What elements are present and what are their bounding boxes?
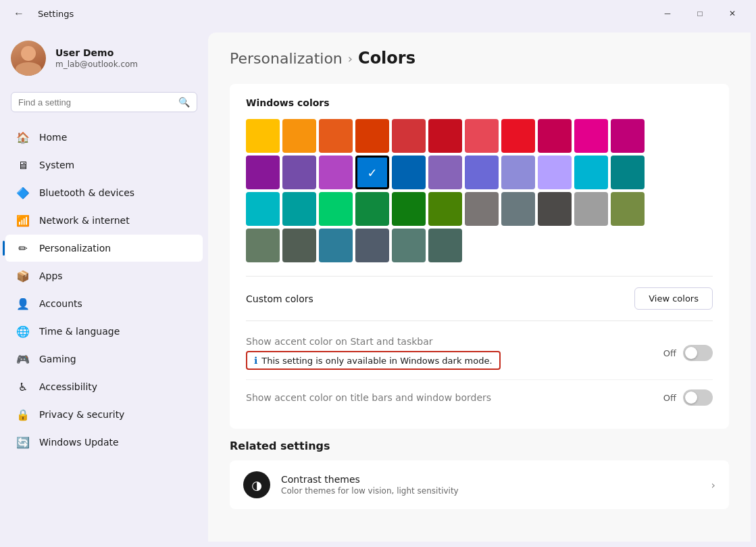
- sidebar-item-home[interactable]: 🏠 Home: [5, 124, 203, 151]
- color-swatch-5[interactable]: [428, 119, 462, 153]
- color-swatch-12[interactable]: [282, 156, 316, 189]
- page-title: Colors: [358, 49, 415, 68]
- color-swatch-9[interactable]: [574, 119, 608, 153]
- color-swatch-35[interactable]: [319, 229, 353, 262]
- color-swatch-17[interactable]: [465, 156, 499, 189]
- sidebar-item-privacy[interactable]: 🔒 Privacy & security: [5, 401, 203, 428]
- color-swatch-23[interactable]: [282, 192, 316, 226]
- related-item-contrast-themes[interactable]: ◑ Contrast themes Color themes for low v…: [230, 460, 729, 509]
- color-swatch-19[interactable]: [538, 156, 572, 189]
- color-swatch-32[interactable]: [611, 192, 645, 226]
- search-icon: 🔍: [178, 97, 190, 108]
- apps-icon: 📦: [16, 269, 30, 283]
- close-button[interactable]: ✕: [717, 3, 748, 24]
- sidebar-item-label: Windows Update: [39, 437, 119, 448]
- minimize-button[interactable]: ─: [652, 3, 683, 24]
- sidebar-item-label: Accessibility: [39, 381, 97, 392]
- related-card: ◑ Contrast themes Color themes for low v…: [230, 460, 729, 509]
- toggle-accent-titlebar[interactable]: [683, 389, 713, 406]
- color-swatch-6[interactable]: [465, 119, 499, 153]
- setting-label-group: Show accent color on title bars and wind…: [246, 392, 663, 403]
- color-swatch-13[interactable]: [319, 156, 353, 189]
- color-swatch-2[interactable]: [319, 119, 353, 153]
- sidebar: User Demo m_lab@outlook.com 🔍 🏠 Home 🖥 S…: [0, 27, 208, 547]
- color-swatch-20[interactable]: [574, 156, 608, 189]
- color-grid: [246, 119, 713, 262]
- sidebar-item-accounts[interactable]: 👤 Accounts: [5, 290, 203, 317]
- sidebar-item-network[interactable]: 📶 Network & internet: [5, 207, 203, 234]
- titlebar-controls: ─ □ ✕: [652, 3, 748, 24]
- color-swatch-3[interactable]: [355, 119, 389, 153]
- setting-warning: ℹ This setting is only available in Wind…: [246, 351, 501, 370]
- view-colors-button[interactable]: View colors: [634, 287, 713, 310]
- setting-row-accent-taskbar: Show accent color on Start and taskbar ℹ…: [246, 327, 713, 380]
- color-swatch-26[interactable]: [392, 192, 426, 226]
- color-swatch-10[interactable]: [611, 119, 645, 153]
- color-swatch-24[interactable]: [319, 192, 353, 226]
- sidebar-item-apps[interactable]: 📦 Apps: [5, 262, 203, 289]
- color-swatch-28[interactable]: [465, 192, 499, 226]
- sidebar-item-system[interactable]: 🖥 System: [5, 151, 203, 179]
- related-desc: Color themes for low vision, light sensi…: [281, 486, 711, 496]
- setting-row-accent-titlebar: Show accent color on title bars and wind…: [246, 380, 713, 415]
- system-icon: 🖥: [16, 158, 30, 172]
- user-info: User Demo m_lab@outlook.com: [55, 47, 197, 69]
- accessibility-icon: ♿: [16, 380, 30, 394]
- color-swatch-37[interactable]: [392, 229, 426, 262]
- user-name: User Demo: [55, 47, 197, 58]
- back-button[interactable]: ←: [8, 5, 30, 22]
- color-swatch-21[interactable]: [611, 156, 645, 189]
- setting-label: Show accent color on Start and taskbar: [246, 336, 663, 347]
- color-swatch-38[interactable]: [428, 229, 462, 262]
- color-swatch-14[interactable]: [355, 156, 389, 189]
- toggle-accent-taskbar[interactable]: [683, 345, 713, 361]
- color-swatch-0[interactable]: [246, 119, 280, 153]
- setting-row-main: Show accent color on Start and taskbar ℹ…: [246, 336, 713, 370]
- sidebar-item-label: System: [39, 160, 74, 170]
- color-swatch-36[interactable]: [355, 229, 389, 262]
- related-title: Related settings: [230, 439, 729, 452]
- color-swatch-8[interactable]: [538, 119, 572, 153]
- user-profile[interactable]: User Demo m_lab@outlook.com: [0, 27, 208, 92]
- color-swatch-18[interactable]: [501, 156, 535, 189]
- sidebar-item-label: Gaming: [39, 354, 76, 364]
- network-icon: 📶: [16, 214, 30, 227]
- color-swatch-11[interactable]: [246, 156, 280, 189]
- home-icon: 🏠: [16, 130, 30, 144]
- sidebar-item-update[interactable]: 🔄 Windows Update: [5, 429, 203, 456]
- sidebar-item-time[interactable]: 🌐 Time & language: [5, 318, 203, 345]
- setting-control: Off: [663, 389, 713, 406]
- sidebar-item-gaming[interactable]: 🎮 Gaming: [5, 346, 203, 373]
- sidebar-item-personalization[interactable]: ✏️ Personalization: [5, 235, 203, 262]
- personalization-icon: ✏️: [16, 241, 30, 255]
- related-name: Contrast themes: [281, 474, 711, 485]
- search-container: 🔍: [0, 92, 208, 123]
- color-swatch-31[interactable]: [574, 192, 608, 226]
- setting-label: Show accent color on title bars and wind…: [246, 392, 663, 403]
- color-swatch-22[interactable]: [246, 192, 280, 226]
- custom-colors-row: Custom colors View colors: [246, 282, 713, 315]
- maximize-button[interactable]: □: [684, 3, 715, 24]
- color-swatch-1[interactable]: [282, 119, 316, 153]
- color-swatch-25[interactable]: [355, 192, 389, 226]
- setting-control: Off: [663, 345, 713, 361]
- color-swatch-27[interactable]: [428, 192, 462, 226]
- color-swatch-4[interactable]: [392, 119, 426, 153]
- color-swatch-15[interactable]: [392, 156, 426, 189]
- color-swatch-34[interactable]: [282, 229, 316, 262]
- nav-list: 🏠 Home 🖥 System 🔷 Bluetooth & devices 📶 …: [0, 123, 208, 456]
- color-swatch-16[interactable]: [428, 156, 462, 189]
- divider-2: [246, 320, 713, 321]
- sidebar-item-bluetooth[interactable]: 🔷 Bluetooth & devices: [5, 179, 203, 206]
- color-swatch-33[interactable]: [246, 229, 280, 262]
- color-swatch-7[interactable]: [501, 119, 535, 153]
- privacy-icon: 🔒: [16, 408, 30, 421]
- toggle-thumb: [685, 391, 697, 404]
- sidebar-item-accessibility[interactable]: ♿ Accessibility: [5, 373, 203, 400]
- color-swatch-30[interactable]: [538, 192, 572, 226]
- sidebar-item-label: Accounts: [39, 298, 82, 309]
- avatar: [11, 41, 46, 76]
- setting-label-group: Show accent color on Start and taskbar ℹ…: [246, 336, 663, 370]
- color-swatch-29[interactable]: [501, 192, 535, 226]
- search-input[interactable]: [18, 97, 173, 108]
